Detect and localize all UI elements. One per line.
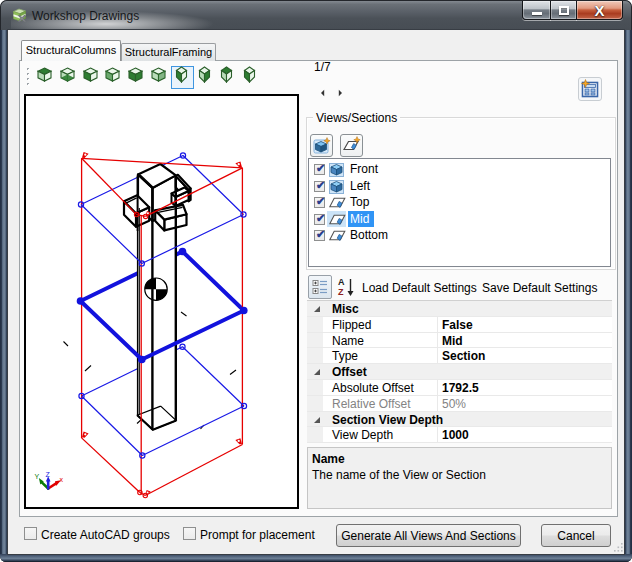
- svg-text:x: x: [60, 476, 64, 483]
- svg-text:A: A: [338, 277, 345, 287]
- svg-text:Z: Z: [338, 287, 344, 297]
- svg-text:Y: Y: [35, 473, 40, 480]
- svg-text:Z: Z: [46, 471, 51, 478]
